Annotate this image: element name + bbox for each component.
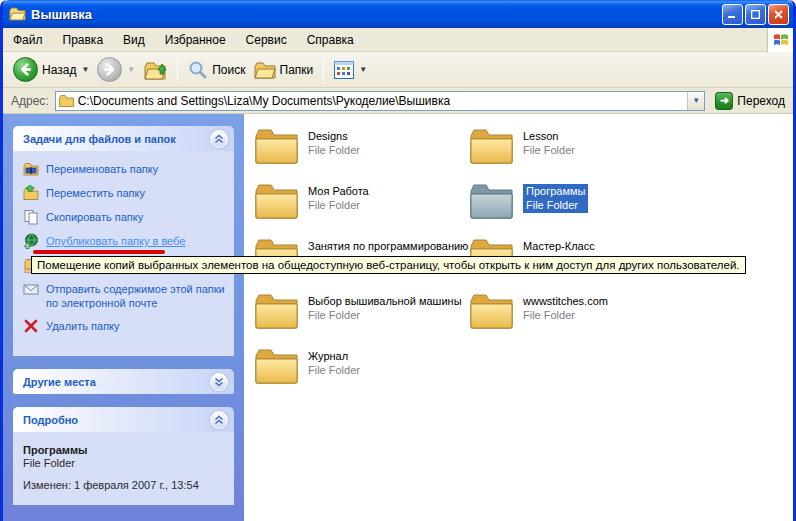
folder-icon (254, 346, 299, 386)
email-icon (23, 281, 39, 297)
publish-web-icon (23, 233, 39, 249)
search-button[interactable]: Поиск (184, 58, 249, 82)
task-copy-folder[interactable]: Скопировать папку (23, 209, 228, 225)
go-arrow-icon: ➜ (715, 92, 733, 110)
delete-folder-icon (23, 318, 39, 334)
back-button[interactable]: Назад ▼ (9, 55, 93, 84)
folder-tile-lesson[interactable]: LessonFile Folder (469, 126, 684, 181)
file-folder-tasks-panel: Задачи для файлов и папок Переименовать … (13, 126, 234, 356)
windows-logo (767, 28, 793, 52)
task-rename-folder[interactable]: Переименовать папку (23, 161, 228, 177)
address-folder-icon (59, 95, 74, 107)
folder-icon-selected (469, 181, 514, 221)
minimize-button[interactable] (722, 4, 743, 25)
expand-chevron-icon[interactable] (210, 373, 228, 391)
folder-icon (254, 126, 299, 166)
details-modified-date: Изменен: 1 февраля 2007 г., 13:54 (23, 479, 224, 491)
go-button[interactable]: ➜ Переход (711, 91, 789, 111)
address-input[interactable]: C:\Documents and Settings\Liza\My Docume… (55, 91, 706, 111)
collapse-chevron-icon[interactable] (210, 411, 228, 429)
address-dropdown-button[interactable]: ▼ (687, 92, 704, 110)
task-delete-folder[interactable]: Удалить папку (23, 318, 228, 334)
forward-button[interactable]: ▼ (93, 55, 139, 84)
back-dropdown-caret[interactable]: ▼ (81, 65, 89, 74)
toolbar: Назад ▼ ▼ Поиск (3, 52, 793, 88)
forward-icon (97, 57, 122, 82)
collapse-chevron-icon[interactable] (210, 130, 228, 148)
folder-tile-programmy-selected[interactable]: ПрограммыFile Folder (469, 181, 684, 236)
move-folder-icon (23, 185, 39, 201)
folder-tile-vybor-mashiny[interactable]: Выбор вышивальной машиныFile Folder (254, 291, 469, 346)
views-button[interactable]: ▼ (330, 59, 371, 81)
menu-edit[interactable]: Правка (53, 33, 114, 47)
window-title: Вышивка (31, 7, 720, 22)
address-label: Адрес: (11, 94, 49, 108)
details-folder-type: File Folder (23, 457, 224, 469)
up-button[interactable] (139, 56, 171, 84)
details-folder-name: Программы (23, 444, 224, 456)
task-move-folder[interactable]: Переместить папку (23, 185, 228, 201)
up-folder-icon (143, 58, 167, 82)
menu-help[interactable]: Справка (297, 33, 364, 47)
folder-tile-wwwstitches[interactable]: wwwstitches.comFile Folder (469, 291, 684, 346)
menu-tools[interactable]: Сервис (236, 33, 297, 47)
folder-tile-moya-rabota[interactable]: Моя РаботаFile Folder (254, 181, 469, 236)
folder-icon (254, 291, 299, 331)
menu-file[interactable]: Файл (3, 33, 53, 47)
views-icon (334, 61, 354, 79)
search-icon (188, 60, 208, 80)
task-pane-sidebar: Задачи для файлов и папок Переименовать … (3, 114, 244, 521)
red-underline-annotation (33, 250, 165, 254)
folder-icon (469, 126, 514, 166)
copy-folder-icon (23, 209, 39, 225)
menu-bar: Файл Правка Вид Избранное Сервис Справка (3, 28, 793, 52)
folder-view[interactable]: DesignsFile Folder LessonFile Folder Моя… (244, 114, 793, 521)
menu-view[interactable]: Вид (113, 33, 155, 47)
details-header[interactable]: Подробно (13, 407, 234, 432)
rename-folder-icon (23, 161, 39, 177)
toolbar-separator (323, 57, 324, 83)
folder-tile-zhurnal[interactable]: ЖурналFile Folder (254, 346, 469, 401)
maximize-button[interactable] (745, 4, 766, 25)
address-path: C:\Documents and Settings\Liza\My Docume… (78, 94, 688, 108)
details-panel: Подробно Программы File Folder Изменен: … (13, 407, 234, 505)
menu-favorites[interactable]: Избранное (155, 33, 236, 47)
task-email-folder[interactable]: Отправить содержимое этой папки по элект… (23, 281, 228, 310)
title-bar[interactable]: Вышивка (3, 0, 793, 28)
task-publish-folder-web[interactable]: Опубликовать папку в вебе (23, 233, 228, 249)
folders-icon (254, 60, 276, 80)
close-button[interactable] (768, 4, 789, 25)
folders-button[interactable]: Папки (250, 58, 318, 82)
views-dropdown-caret[interactable]: ▼ (359, 65, 367, 74)
window-folder-icon (9, 7, 26, 21)
toolbar-separator (177, 57, 178, 83)
folder-icon (254, 181, 299, 221)
other-places-panel: Другие места (13, 369, 234, 394)
publish-task-tooltip: Помещение копий выбранных элементов на о… (31, 256, 746, 274)
other-places-header[interactable]: Другие места (13, 369, 234, 394)
folder-tile-designs[interactable]: DesignsFile Folder (254, 126, 469, 181)
address-bar: Адрес: C:\Documents and Settings\Liza\My… (3, 88, 793, 114)
forward-dropdown-caret: ▼ (127, 65, 135, 74)
back-icon (13, 57, 38, 82)
folder-icon (469, 291, 514, 331)
file-folder-tasks-header[interactable]: Задачи для файлов и папок (13, 126, 234, 151)
